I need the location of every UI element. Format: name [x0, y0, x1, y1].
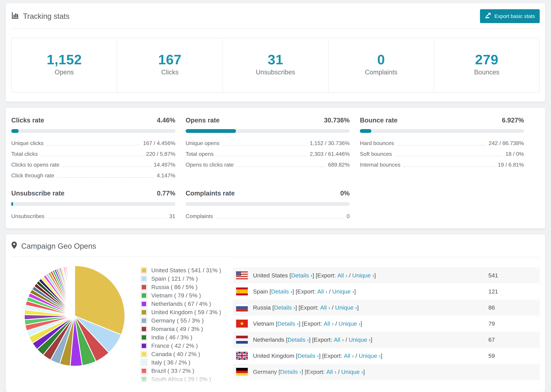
details-link[interactable]: Details ›	[297, 352, 319, 359]
legend-label: South Africa ( 29 / 2% )	[151, 376, 211, 383]
legend-label: Canada ( 40 / 2% )	[151, 351, 200, 357]
rate-row-value: 220 / 5.87%	[146, 151, 175, 157]
export-all-link[interactable]: All ›	[344, 352, 354, 359]
export-unique-link[interactable]: Unique ›	[332, 288, 354, 295]
rate-row-value: 1,152 / 30.736%	[310, 140, 350, 147]
export-unique-link[interactable]: Unique ›	[359, 352, 381, 359]
progress-bar-fill	[186, 129, 236, 133]
legend-item-united-kingdom: United Kingdom ( 59 / 3% )	[141, 309, 221, 315]
table-row-nl: Netherlands [Details ›] [Export: All › /…	[233, 332, 540, 348]
export-all-link[interactable]: All ›	[317, 288, 327, 295]
rate-row-value: 242 / 86.738%	[489, 140, 524, 147]
dotted-leader	[403, 167, 495, 167]
rate-row: Clicks to opens rate14.497%	[11, 162, 175, 168]
progress-bar	[11, 202, 175, 206]
rate-row-value: 4.147%	[157, 172, 175, 179]
rate-row: Complaints0	[186, 213, 350, 219]
rate-title: Clicks rate	[11, 117, 44, 124]
total-value: 86	[488, 304, 536, 311]
flag-vn-icon	[236, 320, 248, 328]
stat-label: Complaints	[329, 69, 434, 76]
legend-label: Russia ( 86 / 5% )	[151, 284, 198, 290]
legend-label: Netherlands ( 67 / 4% )	[151, 301, 211, 307]
dotted-leader	[236, 167, 325, 167]
progress-bar-fill	[11, 202, 13, 206]
rate-row-label: Opens to clicks rate	[186, 162, 234, 168]
legend-item-vietnam: Vietnam ( 79 / 5% )	[141, 292, 221, 299]
legend-swatch	[141, 317, 147, 324]
table-row-gb: United Kingdom [Details ›] [Export: All …	[233, 348, 540, 364]
dotted-leader	[57, 177, 154, 178]
legend-item-netherlands: Netherlands ( 67 / 4% )	[141, 301, 221, 307]
rate-block-bounce-rate: Bounce rate6.927%Hard bounces242 / 86.73…	[360, 117, 524, 179]
stat-cell-bounces: 279Bounces	[434, 38, 539, 92]
legend-swatch	[141, 376, 147, 383]
export-all-link[interactable]: All ›	[334, 336, 344, 343]
geo-pie-chart[interactable]	[22, 264, 127, 384]
legend-item-united-states: United States ( 541 / 31% )	[141, 267, 221, 274]
stat-value: 279	[434, 52, 539, 68]
legend-swatch	[141, 368, 147, 374]
details-link[interactable]: Details ›	[280, 369, 302, 375]
export-all-link[interactable]: All ›	[326, 369, 336, 375]
legend-item-canada: Canada ( 40 / 2% )	[141, 351, 221, 357]
legend-swatch	[141, 309, 147, 315]
rate-row-label: Clicks to opens rate	[11, 162, 59, 168]
details-link[interactable]: Details ›	[271, 288, 292, 295]
rate-row-value: 19 / 6.81%	[498, 162, 524, 168]
rate-row-label: Unsubscribes	[11, 213, 44, 219]
legend-item-spain: Spain ( 121 / 7% )	[141, 275, 221, 282]
stat-label: Bounces	[434, 69, 539, 76]
legend-label: Italy ( 36 / 2% )	[151, 359, 191, 366]
flag-nl-icon	[236, 336, 248, 343]
stat-value: 0	[329, 52, 434, 68]
rate-value: 4.46%	[157, 117, 175, 124]
export-unique-link[interactable]: Unique ›	[352, 272, 374, 279]
rate-row: Unique clicks167 / 4.456%	[11, 140, 175, 147]
legend-label: Vietnam ( 79 / 5% )	[151, 292, 201, 299]
pie-slice[interactable]	[74, 266, 75, 316]
table-row-de-partial: Germany [Details ›] [Export: All › / Uni…	[233, 364, 540, 380]
rate-row-label: Hard bounces	[360, 140, 394, 147]
export-all-link[interactable]: All ›	[337, 272, 347, 279]
rate-row-value: 18 / 0%	[505, 151, 524, 157]
rate-block-complaints-rate: Complaints rate0%Complaints0	[186, 190, 350, 219]
rate-row: Soft bounces18 / 0%	[360, 151, 524, 157]
legend-swatch	[141, 326, 147, 332]
export-basic-stats-button[interactable]: Export basic stats	[480, 9, 540, 23]
country-name: Germany	[253, 369, 278, 375]
rate-row-value: 14.497%	[154, 162, 175, 168]
rate-row-value: 31	[169, 213, 175, 219]
dotted-leader	[216, 218, 344, 218]
legend-label: United Kingdom ( 59 / 3% )	[151, 309, 221, 315]
details-link[interactable]: Details ›	[274, 304, 295, 311]
stat-label: Clicks	[117, 69, 222, 76]
legend-item-south-africa: South Africa ( 29 / 2% )	[141, 376, 221, 383]
legend-swatch	[141, 301, 147, 307]
export-unique-link[interactable]: Unique ›	[335, 304, 357, 311]
export-unique-link[interactable]: Unique ›	[339, 320, 360, 327]
rate-block-clicks-rate: Clicks rate4.46%Unique clicks167 / 4.456…	[11, 117, 175, 179]
legend-swatch	[141, 343, 147, 349]
details-link[interactable]: Details ›	[291, 272, 312, 279]
stat-value: 1,152	[12, 52, 117, 68]
export-unique-link[interactable]: Unique ›	[349, 336, 371, 343]
geo-content: United States ( 541 / 31% )Spain ( 121 /…	[11, 258, 540, 384]
rate-title: Opens rate	[186, 117, 220, 124]
legend-item-india: India ( 46 / 3% )	[141, 334, 221, 341]
dotted-leader	[46, 145, 141, 145]
legend-label: Romania ( 49 / 3% )	[151, 326, 203, 332]
bar-chart-icon	[11, 12, 19, 21]
export-all-link[interactable]: All ›	[324, 320, 334, 327]
details-link[interactable]: Details ›	[277, 320, 299, 327]
total-value: 541	[488, 272, 536, 279]
geo-legend: United States ( 541 / 31% )Spain ( 121 /…	[141, 267, 221, 384]
legend-item-russia: Russia ( 86 / 5% )	[141, 284, 221, 290]
total-value: 121	[488, 288, 536, 295]
legend-item-brazil: Brazil ( 33 / 2% )	[141, 368, 221, 374]
total-value: 79	[488, 320, 536, 327]
details-link[interactable]: Details ›	[288, 336, 309, 343]
legend-label: India ( 46 / 3% )	[151, 334, 192, 341]
export-all-link[interactable]: All ›	[320, 304, 330, 311]
export-unique-link[interactable]: Unique ›	[341, 369, 363, 375]
